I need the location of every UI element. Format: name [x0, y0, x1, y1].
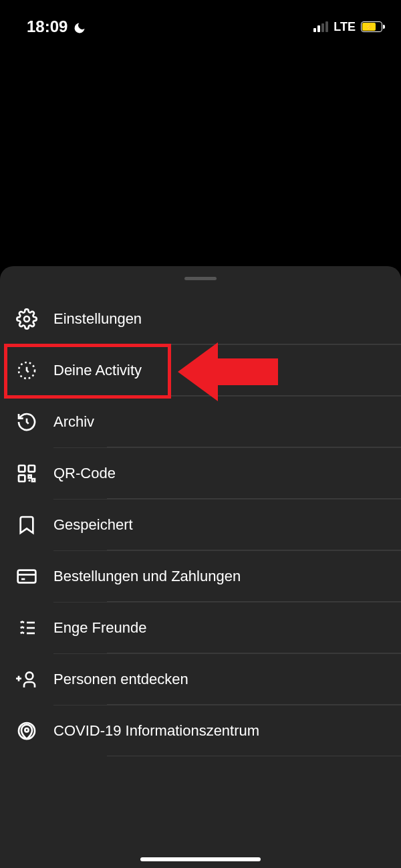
home-indicator[interactable] — [140, 857, 261, 861]
status-right: LTE ⚡ — [313, 20, 382, 34]
svg-point-11 — [26, 672, 33, 679]
svg-rect-4 — [19, 475, 25, 481]
activity-icon — [16, 360, 37, 381]
menu-label: QR-Code — [53, 465, 116, 482]
menu-list: Einstellungen Deine Activity Archiv QR-C… — [0, 294, 401, 756]
menu-item-qr[interactable]: QR-Code — [53, 447, 401, 499]
battery-charging-icon: ⚡ — [361, 21, 382, 32]
archive-icon — [16, 411, 37, 433]
menu-label: Gespeichert — [53, 516, 133, 534]
menu-item-orders[interactable]: Bestellungen und Zahlungen — [53, 550, 401, 602]
svg-point-0 — [24, 316, 29, 322]
svg-rect-2 — [19, 465, 25, 471]
gear-icon — [16, 308, 37, 330]
menu-item-activity[interactable]: Deine Activity — [53, 344, 401, 396]
cellular-signal-icon — [313, 21, 328, 32]
menu-item-covid[interactable]: COVID-19 Informationszentrum — [53, 705, 401, 756]
menu-label: Bestellungen und Zahlungen — [53, 568, 241, 585]
svg-rect-5 — [18, 570, 36, 583]
menu-label: Archiv — [53, 413, 94, 431]
status-bar: 18:09 LTE ⚡ — [0, 0, 401, 40]
menu-label: Enge Freunde — [53, 619, 146, 637]
card-icon — [16, 566, 37, 587]
svg-point-15 — [25, 728, 28, 732]
menu-bottom-sheet[interactable]: Einstellungen Deine Activity Archiv QR-C… — [0, 266, 401, 868]
menu-label: COVID-19 Informationszentrum — [53, 722, 259, 740]
discover-icon — [16, 669, 37, 690]
qrcode-icon — [16, 463, 37, 484]
bookmark-icon — [16, 514, 37, 536]
covid-icon — [16, 720, 37, 742]
menu-item-close-friends[interactable]: Enge Freunde — [53, 602, 401, 653]
closefriends-icon — [16, 617, 37, 639]
menu-item-archive[interactable]: Archiv — [53, 396, 401, 447]
drag-handle[interactable] — [184, 277, 217, 280]
network-label: LTE — [333, 20, 356, 34]
menu-label: Personen entdecken — [53, 671, 188, 688]
menu-label: Einstellungen — [53, 310, 142, 328]
svg-rect-3 — [29, 465, 35, 471]
status-time: 18:09 — [27, 17, 68, 36]
status-left: 18:09 — [27, 17, 86, 36]
menu-label: Deine Activity — [53, 362, 142, 379]
menu-item-discover[interactable]: Personen entdecken — [53, 653, 401, 705]
menu-item-saved[interactable]: Gespeichert — [53, 499, 401, 550]
moon-icon — [73, 20, 86, 33]
menu-item-settings[interactable]: Einstellungen — [0, 294, 401, 344]
